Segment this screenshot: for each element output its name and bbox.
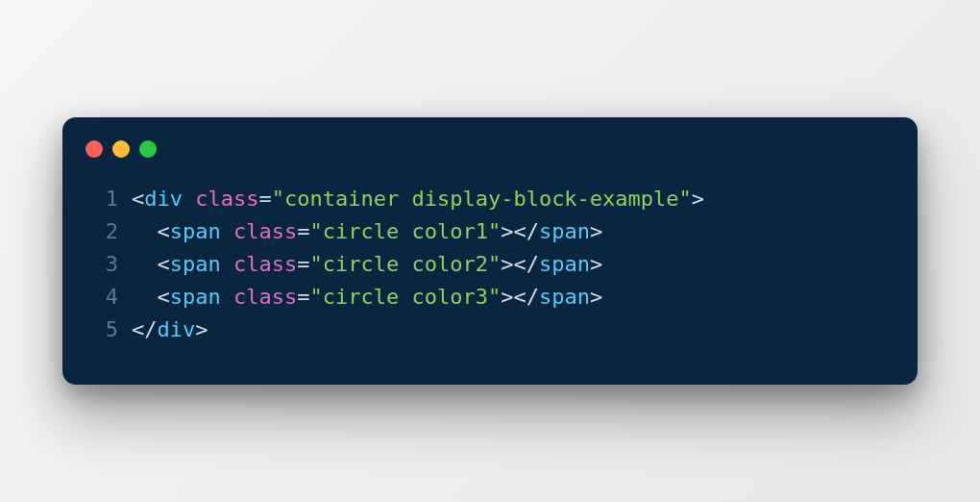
token-tag: span	[539, 219, 590, 243]
token-punct: >	[692, 187, 704, 211]
token-punct: >	[195, 317, 208, 341]
token-string: "container display-block-example"	[272, 187, 692, 211]
token-string: "circle color1"	[309, 219, 501, 243]
line-number: 1	[86, 183, 118, 215]
token-punct	[221, 285, 233, 309]
code-line: 1<div class="container display-block-exa…	[86, 183, 894, 215]
token-attr: class	[233, 219, 297, 243]
token-punct	[183, 187, 195, 211]
code-line: 3 <span class="circle color2"></span>	[86, 248, 894, 281]
line-content: <div class="container display-block-exam…	[132, 183, 704, 215]
line-content: </div>	[132, 314, 208, 346]
token-tag: span	[539, 252, 590, 276]
line-number: 2	[86, 215, 118, 248]
line-content: <span class="circle color1"></span>	[132, 215, 602, 248]
token-punct: <	[132, 187, 144, 211]
code-line: 5</div>	[86, 314, 894, 346]
token-tag: span	[170, 219, 221, 243]
token-tag: span	[539, 285, 590, 309]
token-punct: <	[158, 252, 170, 276]
token-tag: div	[158, 317, 196, 341]
line-content: <span class="circle color2"></span>	[132, 248, 602, 281]
code-window: 1<div class="container display-block-exa…	[62, 117, 918, 385]
token-attr: class	[233, 252, 297, 276]
token-attr: class	[233, 285, 297, 309]
token-tag: span	[170, 252, 221, 276]
line-number: 3	[86, 248, 118, 281]
token-punct: ></	[501, 219, 539, 243]
token-tag: span	[170, 285, 221, 309]
line-number: 5	[86, 314, 118, 346]
token-tag: div	[144, 187, 183, 211]
minimize-icon[interactable]	[112, 140, 130, 158]
indent	[132, 252, 158, 276]
token-punct: </	[132, 317, 158, 341]
code-line: 4 <span class="circle color3"></span>	[86, 281, 894, 314]
token-punct: ></	[501, 285, 539, 309]
window-titlebar	[62, 140, 918, 183]
token-punct: >	[590, 252, 602, 276]
indent	[132, 285, 158, 309]
token-punct: >	[590, 285, 602, 309]
token-eq: =	[297, 252, 309, 276]
token-eq: =	[258, 187, 271, 211]
token-punct	[221, 252, 233, 276]
token-eq: =	[297, 285, 309, 309]
close-icon[interactable]	[86, 140, 103, 158]
token-punct: <	[158, 219, 170, 243]
token-attr: class	[195, 187, 258, 211]
token-punct	[221, 219, 233, 243]
code-line: 2 <span class="circle color1"></span>	[86, 215, 894, 248]
token-string: "circle color2"	[309, 252, 501, 276]
maximize-icon[interactable]	[139, 140, 157, 158]
token-punct: >	[590, 219, 602, 243]
line-number: 4	[86, 281, 118, 314]
line-content: <span class="circle color3"></span>	[132, 281, 602, 314]
code-area: 1<div class="container display-block-exa…	[62, 183, 918, 346]
token-punct: <	[158, 285, 170, 309]
indent	[132, 219, 158, 243]
token-eq: =	[297, 219, 309, 243]
token-punct: ></	[501, 252, 539, 276]
token-string: "circle color3"	[309, 285, 501, 309]
